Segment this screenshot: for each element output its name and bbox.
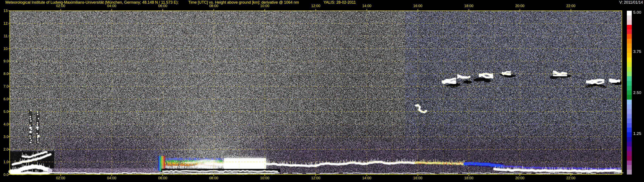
- y-axis-tick-label: 2.0: [0, 148, 8, 151]
- colorbar-segment: [627, 156, 632, 161]
- colorbar-segment: [627, 20, 632, 25]
- colorbar-segment: [627, 25, 632, 30]
- colorbar-segment: [627, 29, 632, 34]
- colorbar-tick-label: 1.25: [633, 131, 641, 136]
- x-axis-tick-label-bottom: 22:00: [562, 176, 580, 180]
- y-axis-tick-label: 3.0: [0, 135, 8, 139]
- colorbar-segment: [627, 58, 632, 62]
- y-axis-tick-label: 0.0: [0, 173, 8, 177]
- colorbar-segment: [627, 170, 632, 175]
- colorbar-segment: [627, 76, 632, 81]
- colorbar-tick-label: 5.00: [633, 10, 641, 14]
- x-axis-tick-label-bottom: 14:00: [358, 176, 376, 180]
- y-axis-tick-label: 5.0: [0, 110, 8, 113]
- x-axis-tick-label-bottom: 12:00: [307, 176, 324, 180]
- colorbar-segment: [627, 81, 632, 86]
- colorbar-segment: [627, 95, 632, 99]
- colorbar-segment: [627, 67, 632, 72]
- x-axis-tick-label-bottom: 16:00: [409, 176, 426, 180]
- y-axis-tick-label: 9.0: [0, 59, 8, 63]
- colorbar-segment: [627, 132, 632, 137]
- colorbar: [627, 11, 632, 175]
- y-axis-tick-label: 4.0: [0, 122, 8, 126]
- colorbar-segment: [627, 114, 632, 118]
- colorbar-tick-label: 2.50: [633, 91, 641, 95]
- y-axis-tick-label: 6.0: [0, 97, 8, 101]
- colorbar-segment: [627, 104, 632, 109]
- colorbar-tick-label: 3.75: [633, 49, 641, 54]
- x-axis-tick-label-top: 22:00: [562, 4, 580, 8]
- colorbar-segment: [627, 165, 632, 170]
- x-axis-tick-label-top: 10:00: [256, 4, 273, 8]
- x-axis-tick-label-top: 14:00: [358, 4, 376, 8]
- x-axis-tick-label-top: 20:00: [511, 4, 528, 8]
- colorbar-segment: [627, 72, 632, 76]
- x-axis-tick-label-top: 18:00: [460, 4, 478, 8]
- y-axis-tick-label: 10.: [0, 47, 8, 51]
- colorbar-segment: [627, 11, 632, 15]
- x-axis-tick-label-top: 06:00: [154, 4, 171, 8]
- x-axis-tick-label-bottom: 10:00: [256, 176, 273, 180]
- colorbar-segment: [627, 34, 632, 39]
- y-axis-tick-label: 7.0: [0, 85, 8, 88]
- colorbar-segment: [627, 62, 632, 67]
- colorbar-segment: [627, 39, 632, 43]
- y-axis-tick-label: 13.: [0, 9, 8, 13]
- colorbar-segment: [627, 123, 632, 128]
- x-axis-tick-label-top: 04:00: [103, 4, 120, 8]
- x-axis-tick-label-bottom: 08:00: [205, 176, 222, 180]
- x-axis-tick-label-bottom: 20:00: [511, 176, 528, 180]
- lidar-quicklook-figure: Meteorological Institute of Ludwig-Maxim…: [0, 0, 644, 182]
- colorbar-segment: [627, 15, 632, 20]
- colorbar-segment: [627, 128, 632, 132]
- colorbar-segment: [627, 109, 632, 114]
- x-axis-tick-label-top: 16:00: [409, 4, 426, 8]
- y-axis-tick-label: 11.: [0, 34, 8, 38]
- colorbar-segment: [627, 161, 632, 165]
- x-axis-tick-label-bottom: 02:00: [52, 176, 69, 180]
- lidar-heatmap-canvas: [0, 0, 644, 182]
- x-axis-tick-label-top: 02:00: [52, 4, 69, 8]
- colorbar-segment: [627, 146, 632, 151]
- y-axis-tick-label: 12.: [0, 22, 8, 25]
- x-axis-tick-label-bottom: 04:00: [103, 176, 120, 180]
- x-axis-tick-label-top: 08:00: [205, 4, 222, 8]
- colorbar-segment: [627, 99, 632, 104]
- colorbar-segment: [627, 151, 632, 156]
- colorbar-segment: [627, 43, 632, 48]
- colorbar-segment: [627, 48, 632, 53]
- y-axis-tick-label: 8.0: [0, 72, 8, 76]
- x-axis-tick-label-bottom: 18:00: [460, 176, 478, 180]
- colorbar-segment: [627, 118, 632, 123]
- x-axis-tick-label-top: 12:00: [307, 4, 324, 8]
- colorbar-segment: [627, 53, 632, 58]
- colorbar-segment: [627, 86, 632, 90]
- colorbar-segment: [627, 137, 632, 142]
- colorbar-segment: [627, 142, 632, 146]
- y-axis-tick-label: 1.0: [0, 160, 8, 164]
- x-axis-tick-label-bottom: 06:00: [154, 176, 171, 180]
- colorbar-segment: [627, 90, 632, 95]
